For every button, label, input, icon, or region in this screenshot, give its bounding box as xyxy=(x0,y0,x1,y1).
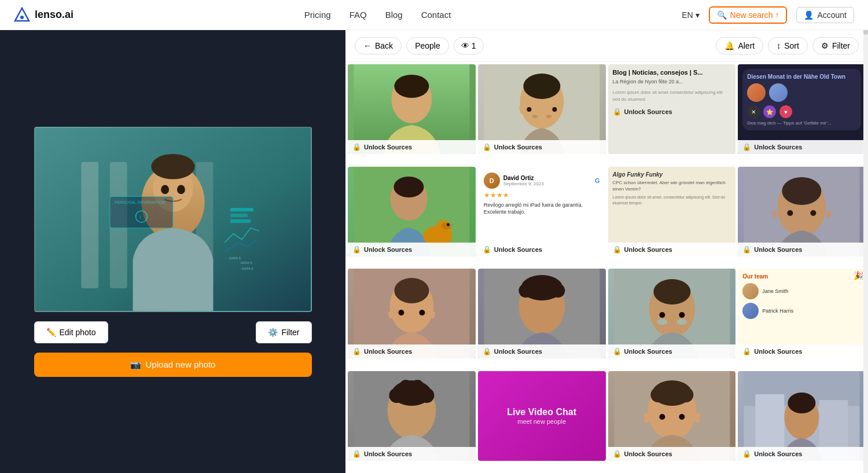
uploaded-photo: PERSONAL INFORMATION i DATA 3 DATA 4 xyxy=(35,127,311,312)
grid-item-10[interactable]: Hair Boy 🔒 Unlock Sources xyxy=(478,269,606,358)
edit-icon: ✏️ xyxy=(46,328,56,337)
logo-text: lenso.ai xyxy=(35,9,73,21)
grid-item-5[interactable]: 🔒 Unlock Sources xyxy=(348,167,476,256)
svg-point-82 xyxy=(659,414,665,420)
svg-point-27 xyxy=(527,107,531,112)
grid-item-review[interactable]: D David Ortiz Septiembre 9, 2023 G ★★★★ … xyxy=(478,167,606,256)
grid-item-1[interactable]: 🔒 Unlock Sources xyxy=(348,64,476,154)
action-bar: ✏️ Edit photo ⚙️ Filter xyxy=(34,321,312,343)
svg-text:DATA 3: DATA 3 xyxy=(229,256,241,260)
svg-point-66 xyxy=(679,312,685,318)
header-right: EN ▾ 🔍 New search ↑ 👤 Account xyxy=(682,6,854,24)
unlock-overlay-3[interactable]: 🔒 Unlock Sources xyxy=(613,108,731,116)
scrollbar-thumb[interactable] xyxy=(863,30,868,35)
upload-new-photo-button[interactable]: 📷 Upload new photo xyxy=(34,353,312,377)
svg-point-38 xyxy=(442,222,451,229)
unlock-overlay-2[interactable]: 🔒 Unlock Sources xyxy=(478,140,606,154)
svg-point-80 xyxy=(650,387,665,402)
account-icon: 👤 xyxy=(804,10,814,20)
grid-item-article[interactable]: Algo Funky Funky CPC schon überredet. Ab… xyxy=(608,167,736,256)
filter-button-right[interactable]: ⚙ Filter xyxy=(812,37,859,54)
unlock-overlay-1[interactable]: 🔒 Unlock Sources xyxy=(348,140,476,154)
unlock-overlay-15[interactable]: 🔒 Unlock Sources xyxy=(608,447,736,461)
svg-point-59 xyxy=(529,277,540,289)
grid-item-15[interactable]: 🔒 Unlock Sources xyxy=(608,371,736,461)
grid-item-live-video[interactable]: Live Video Chat meet new people xyxy=(478,371,606,461)
svg-point-9 xyxy=(161,185,169,194)
grid-item-13[interactable]: Hair Boy 🔒 Unlock Sources xyxy=(348,371,476,461)
lock-icon-article: 🔒 xyxy=(613,245,621,254)
nav-contact[interactable]: Contact xyxy=(421,10,451,20)
lock-icon-review: 🔒 xyxy=(483,245,491,254)
grid-item-16[interactable]: 🔒 Unlock Sources xyxy=(738,371,866,461)
svg-rect-16 xyxy=(230,214,248,217)
grid-item-2[interactable]: 🔒 Unlock Sources xyxy=(478,64,606,154)
unlock-overlay-8[interactable]: 🔒 Unlock Sources xyxy=(738,243,866,256)
svg-text:PERSONAL INFORMATION: PERSONAL INFORMATION xyxy=(114,200,164,204)
eye-icon: 👁 xyxy=(461,41,469,50)
svg-text:DATA 4: DATA 4 xyxy=(241,261,252,265)
svg-point-83 xyxy=(679,414,685,420)
sort-button[interactable]: ↕ Sort xyxy=(768,37,808,54)
grid-item-11[interactable]: 🔒 Unlock Sources xyxy=(608,269,736,358)
back-button[interactable]: ← Back xyxy=(355,37,402,54)
lock-icon-15: 🔒 xyxy=(613,450,621,458)
lock-icon-2: 🔒 xyxy=(483,143,491,151)
unlock-overlay-10[interactable]: 🔒 Unlock Sources xyxy=(478,344,606,358)
svg-point-10 xyxy=(176,185,185,194)
filter-button-left[interactable]: ⚙️ Filter xyxy=(256,321,311,343)
unlock-overlay-team[interactable]: 🔒 Unlock Sources xyxy=(738,344,866,358)
new-search-button[interactable]: 🔍 New search ↑ xyxy=(709,6,788,24)
logo[interactable]: lenso.ai xyxy=(14,7,73,23)
svg-point-91 xyxy=(788,393,816,413)
alert-button[interactable]: 🔔 Alert xyxy=(716,37,763,54)
unlock-overlay-5[interactable]: 🔒 Unlock Sources xyxy=(348,243,476,256)
svg-point-42 xyxy=(782,177,822,205)
unlock-overlay-16[interactable]: 🔒 Unlock Sources xyxy=(738,447,866,461)
svg-point-26 xyxy=(523,74,560,99)
svg-point-30 xyxy=(546,115,551,118)
uploaded-image-container: PERSONAL INFORMATION i DATA 3 DATA 4 xyxy=(34,127,312,312)
unlock-overlay-11[interactable]: 🔒 Unlock Sources xyxy=(608,344,736,358)
svg-point-65 xyxy=(659,312,665,318)
back-icon: ← xyxy=(363,41,372,50)
nav-blog[interactable]: Blog xyxy=(385,10,403,20)
grid-item-4[interactable]: Diesen Monat in der Nähe Old Town ✕ ⭐ ♥ … xyxy=(738,64,866,154)
lang-label: EN xyxy=(682,10,693,20)
language-selector[interactable]: EN ▾ xyxy=(682,10,699,20)
search-icon: 🔍 xyxy=(717,10,727,20)
svg-point-23 xyxy=(394,75,429,98)
grid-item-3[interactable]: Blog | Noticias, consejos | S... La Régi… xyxy=(608,64,736,154)
lock-icon-5: 🔒 xyxy=(352,245,361,254)
svg-point-28 xyxy=(552,107,557,112)
logo-icon xyxy=(14,7,30,23)
filter-right-icon: ⚙ xyxy=(821,41,829,50)
nav-faq[interactable]: FAQ xyxy=(350,10,367,20)
svg-point-51 xyxy=(419,310,425,316)
grid-item-8[interactable]: 🔒 Unlock Sources xyxy=(738,167,866,256)
grid-item-team[interactable]: Our team Jane Smith Patrick Harris 🎉 🔒 U xyxy=(738,269,866,358)
unlock-overlay-9[interactable]: 🔒 Unlock Sources xyxy=(348,344,476,358)
edit-photo-button[interactable]: ✏️ Edit photo xyxy=(34,321,108,343)
main-nav: Pricing FAQ Blog Contact xyxy=(304,10,451,20)
lock-icon-13: 🔒 xyxy=(352,450,361,458)
people-badge: People xyxy=(406,37,449,54)
left-panel: PERSONAL INFORMATION i DATA 3 DATA 4 xyxy=(0,30,345,473)
lock-icon-4: 🔒 xyxy=(742,143,751,151)
svg-rect-15 xyxy=(230,208,253,211)
lock-icon-8: 🔒 xyxy=(742,245,751,254)
live-video-subtitle: meet new people xyxy=(517,418,566,425)
unlock-overlay-13[interactable]: 🔒 Unlock Sources xyxy=(348,447,476,461)
svg-point-39 xyxy=(447,223,450,226)
unlock-overlay-article[interactable]: 🔒 Unlock Sources xyxy=(608,243,736,256)
grid-item-9[interactable]: 🔒 Unlock Sources xyxy=(348,269,476,358)
unlock-overlay-4[interactable]: 🔒 Unlock Sources xyxy=(738,140,866,154)
right-panel: ← Back People 👁 1 🔔 Alert ↕ Sort xyxy=(345,30,868,473)
nav-pricing[interactable]: Pricing xyxy=(304,10,331,20)
svg-point-44 xyxy=(811,210,816,216)
unlock-overlay-review[interactable]: 🔒 Unlock Sources xyxy=(478,243,606,256)
sort-icon: ↕ xyxy=(777,41,781,50)
lock-icon-9: 🔒 xyxy=(352,347,361,355)
account-button[interactable]: 👤 Account xyxy=(796,7,854,23)
lock-icon-11: 🔒 xyxy=(613,347,621,355)
